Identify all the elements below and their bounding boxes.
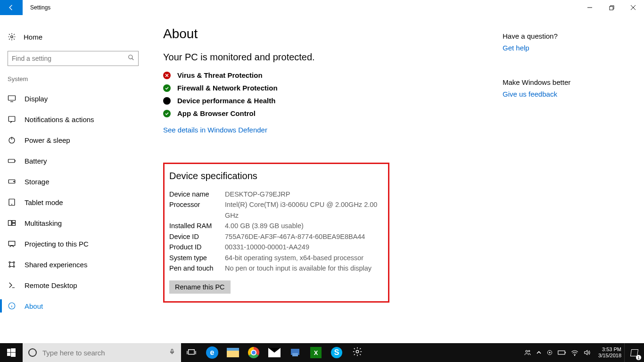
page-title: About xyxy=(163,26,503,41)
chevron-up-icon[interactable] xyxy=(536,350,542,355)
sidebar-home-label: Home xyxy=(24,33,42,41)
defender-link[interactable]: See details in Windows Defender xyxy=(163,126,267,134)
people-icon[interactable] xyxy=(524,349,531,356)
cortana-icon xyxy=(28,348,37,357)
sidebar-home[interactable]: Home xyxy=(0,26,146,47)
sidebar-item-tablet[interactable]: Tablet mode xyxy=(0,192,146,213)
spec-label: Product ID xyxy=(169,242,225,252)
svg-rect-21 xyxy=(11,348,16,352)
back-button[interactable] xyxy=(0,0,23,15)
svg-point-10 xyxy=(12,204,12,205)
svg-rect-22 xyxy=(7,353,10,356)
taskbar-app-settings[interactable] xyxy=(347,343,368,362)
projecting-icon xyxy=(8,239,16,248)
spec-value: DESKTOP-G79EJRP xyxy=(225,189,383,199)
mic-icon[interactable] xyxy=(169,347,175,358)
spec-value: Intel(R) Core(TM) i3-6006U CPU @ 2.00GHz… xyxy=(225,199,383,221)
task-view-button[interactable] xyxy=(181,343,202,362)
taskbar-search[interactable] xyxy=(23,343,181,362)
sidebar-item-power[interactable]: Power & sleep xyxy=(0,130,146,150)
notifications-icon xyxy=(8,115,16,123)
taskbar-app-edge[interactable]: e xyxy=(202,343,223,362)
sidebar-item-battery[interactable]: Battery xyxy=(0,150,146,171)
main-area: About Your PC is monitored and protected… xyxy=(146,15,644,343)
sidebar-item-label: Battery xyxy=(25,157,47,165)
svg-point-18 xyxy=(13,266,15,267)
action-center-button[interactable]: 1 xyxy=(624,343,644,362)
sidebar-item-label: Notifications & actions xyxy=(25,115,94,123)
maximize-button[interactable] xyxy=(601,0,622,15)
sidebar-item-label: Projecting to this PC xyxy=(25,240,89,248)
taskbar-app-excel[interactable]: X xyxy=(305,343,326,362)
location-icon[interactable] xyxy=(546,349,553,356)
feedback-link[interactable]: Give us feedback xyxy=(503,90,620,98)
svg-rect-33 xyxy=(558,351,565,354)
device-spec-box: Device specifications Device nameDESKTOP… xyxy=(163,163,389,303)
svg-rect-20 xyxy=(7,349,10,352)
taskbar-app-chrome[interactable] xyxy=(243,343,264,362)
taskbar-app-mail[interactable] xyxy=(264,343,285,362)
svg-rect-12 xyxy=(12,221,16,223)
svg-point-1 xyxy=(11,36,13,38)
sidebar-item-label: Tablet mode xyxy=(25,198,63,206)
svg-point-30 xyxy=(528,350,530,352)
multitasking-icon xyxy=(8,219,16,227)
sidebar-item-label: About xyxy=(25,302,43,310)
battery-icon xyxy=(8,156,16,165)
status-app-browser: App & Browser Control xyxy=(163,109,503,117)
svg-rect-3 xyxy=(8,96,16,100)
svg-rect-0 xyxy=(609,6,612,9)
storage-icon xyxy=(8,177,16,186)
sidebar-item-projecting[interactable]: Projecting to this PC xyxy=(0,233,146,254)
wifi-icon[interactable] xyxy=(571,349,578,356)
system-tray[interactable]: 3:53 PM 3/15/2018 xyxy=(524,346,624,359)
status-ok-icon xyxy=(163,110,171,117)
taskbar-app-skype[interactable]: S xyxy=(326,343,347,362)
gear-icon xyxy=(8,33,16,41)
minimize-button[interactable] xyxy=(579,0,601,15)
volume-icon[interactable] xyxy=(583,349,591,356)
window-title: Settings xyxy=(23,4,50,11)
svg-rect-25 xyxy=(189,350,195,354)
spec-value: 64-bit operating system, x64-based proce… xyxy=(225,253,383,263)
spec-title: Device specifications xyxy=(169,171,383,181)
sidebar-item-notifications[interactable]: Notifications & actions xyxy=(0,109,146,130)
clock-time: 3:53 PM xyxy=(598,346,621,353)
svg-point-32 xyxy=(549,352,550,353)
taskbar-search-input[interactable] xyxy=(42,349,163,357)
sidebar-search[interactable] xyxy=(8,51,139,66)
sidebar-section: System xyxy=(0,75,146,88)
sidebar-item-storage[interactable]: Storage xyxy=(0,171,146,192)
svg-rect-14 xyxy=(8,241,15,246)
sidebar-item-display[interactable]: Display xyxy=(0,88,146,109)
get-help-link[interactable]: Get help xyxy=(503,44,620,52)
status-device-health: Device performance & Health xyxy=(163,97,503,105)
search-input[interactable] xyxy=(12,55,128,62)
remote-icon xyxy=(8,281,16,289)
clock[interactable]: 3:53 PM 3/15/2018 xyxy=(598,346,621,359)
battery-tray-icon[interactable] xyxy=(558,350,566,355)
about-icon xyxy=(8,302,16,310)
sidebar-item-remote[interactable]: Remote Desktop xyxy=(0,275,146,296)
status-virus: Virus & Threat Protection xyxy=(163,71,503,79)
svg-rect-4 xyxy=(8,116,15,122)
rename-pc-button[interactable]: Rename this PC xyxy=(169,280,231,294)
taskbar-app-explorer[interactable] xyxy=(223,343,243,362)
sidebar-item-label: Display xyxy=(25,95,48,103)
spec-label: Installed RAM xyxy=(169,221,225,231)
notification-badge: 1 xyxy=(636,355,641,360)
spec-label: Device name xyxy=(169,189,225,199)
close-button[interactable] xyxy=(622,0,644,15)
search-icon xyxy=(128,54,134,63)
svg-rect-11 xyxy=(8,221,12,226)
sidebar-item-multitasking[interactable]: Multitasking xyxy=(0,213,146,233)
status-ok-icon xyxy=(163,84,171,92)
taskbar-app-generic1[interactable] xyxy=(285,343,305,362)
spec-label: Device ID xyxy=(169,231,225,242)
sidebar-item-about[interactable]: About xyxy=(0,296,146,316)
status-bad-icon xyxy=(163,72,171,79)
svg-point-15 xyxy=(9,262,10,263)
sidebar-item-label: Shared experiences xyxy=(25,261,87,269)
start-button[interactable] xyxy=(0,343,23,362)
sidebar-item-shared[interactable]: Shared experiences xyxy=(0,254,146,275)
